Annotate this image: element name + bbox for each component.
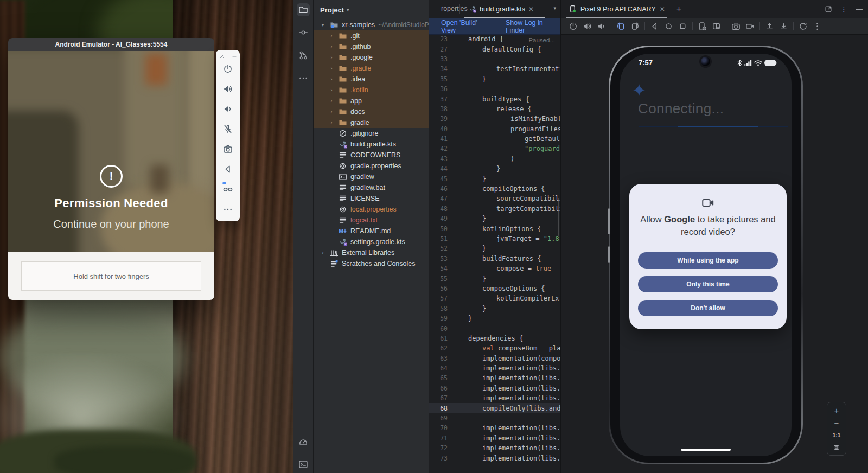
toolbar-home-icon[interactable] xyxy=(664,22,673,31)
emu-mic-off-icon[interactable] xyxy=(223,124,233,134)
tree-item-readme-md[interactable]: MREADME.md xyxy=(314,226,429,237)
tree-item-gradlew[interactable]: gradlew xyxy=(314,171,429,182)
code-line-40[interactable]: 40proguardFiles( xyxy=(429,124,560,134)
code-line-38[interactable]: 38release { xyxy=(429,104,560,114)
perm-button-don-t-allow[interactable]: Don't allow xyxy=(638,300,778,316)
emu-back-icon[interactable] xyxy=(223,164,233,174)
code-line-64[interactable]: 64implementation(libs.andr xyxy=(429,363,560,373)
tree-item-settings-gradle-kts[interactable]: Ksettings.gradle.kts xyxy=(314,237,429,247)
tree-item-gradlew-bat[interactable]: gradlew.bat xyxy=(314,182,429,193)
zoom-in-button[interactable]: + xyxy=(834,406,839,414)
hide-panel-icon[interactable]: — xyxy=(856,5,863,13)
toolbar-more-v-icon[interactable] xyxy=(813,22,822,31)
tree-item-local-properties[interactable]: local.properties xyxy=(314,204,429,215)
emu-more-h-icon[interactable] xyxy=(223,204,233,214)
code-line-60[interactable]: 60 xyxy=(429,323,560,333)
tree-item--github[interactable]: ›.github xyxy=(314,41,429,52)
toolbar-power-icon[interactable] xyxy=(569,22,578,31)
code-area[interactable]: 23android {27defaultConfig {3334testInst… xyxy=(429,34,560,463)
toolbar-rotate-right-icon[interactable] xyxy=(630,22,640,31)
code-line-50[interactable]: 50kotlinOptions { xyxy=(429,223,560,233)
tool-strip-more-h[interactable] xyxy=(297,72,310,85)
code-line-53[interactable]: 53buildFeatures { xyxy=(429,254,560,264)
tree-item-gradle-properties[interactable]: gradle.properties xyxy=(314,161,429,171)
code-line-45[interactable]: 45} xyxy=(429,174,560,183)
code-line-68[interactable]: 68compileOnly(libs.android xyxy=(429,403,560,413)
code-line-49[interactable]: 49} xyxy=(429,214,560,223)
code-line-47[interactable]: 47sourceCompatibility xyxy=(429,194,560,203)
toolbar-volume-down-icon[interactable] xyxy=(597,22,606,31)
tree-item--google[interactable]: ›.google xyxy=(314,52,429,63)
open-in-window-icon[interactable] xyxy=(825,5,832,13)
code-line-46[interactable]: 46compileOptions { xyxy=(429,184,560,194)
code-line-48[interactable]: 48targetCompatibility xyxy=(429,204,560,214)
toolbar-download-icon[interactable] xyxy=(779,22,788,31)
tab-build-gradle-kts[interactable]: K build.gradle.kts ✕ xyxy=(464,0,545,18)
chevron-right-icon[interactable]: › xyxy=(329,76,334,82)
tool-strip-profiler[interactable] xyxy=(297,435,310,448)
chevron-right-icon[interactable]: › xyxy=(320,250,326,255)
tool-strip-project[interactable] xyxy=(297,3,310,16)
code-line-72[interactable]: 72implementation(libs.andr xyxy=(429,443,560,453)
chevron-right-icon[interactable]: › xyxy=(329,33,334,39)
code-line-34[interactable]: 34testInstrumentationR xyxy=(429,64,560,74)
chevron-right-icon[interactable]: › xyxy=(329,44,334,49)
emulator-screen[interactable]: ! Permission Needed Continue on your pho… xyxy=(8,51,214,252)
code-line-58[interactable]: 58} xyxy=(429,304,560,314)
code-line-52[interactable]: 52} xyxy=(429,244,560,253)
home-indicator[interactable] xyxy=(681,449,731,451)
chevron-right-icon[interactable]: › xyxy=(329,98,334,104)
close-device-tab-icon[interactable]: ✕ xyxy=(660,5,665,13)
toolbar-camera-icon[interactable] xyxy=(731,22,741,31)
tree-item-docs[interactable]: ›docs xyxy=(314,106,429,117)
toolbar-fold-icon[interactable] xyxy=(712,22,721,31)
emu-camera-icon[interactable] xyxy=(223,144,233,154)
toolbar-device-settings-icon[interactable] xyxy=(698,22,707,31)
tree-item-gradle[interactable]: ›gradle xyxy=(314,117,429,128)
toolbar-rotate-left-icon[interactable] xyxy=(616,22,626,31)
code-line-59[interactable]: 59} xyxy=(429,314,560,323)
code-line-39[interactable]: 39isMinifyEnabled xyxy=(429,114,560,124)
code-line-35[interactable]: 35} xyxy=(429,74,560,84)
tree-root-xr-samples[interactable]: ▾xr-samples~/AndroidStudioProje xyxy=(314,20,429,30)
code-line-51[interactable]: 51jvmTarget = "1.8" xyxy=(429,234,560,244)
chevron-right-icon[interactable]: › xyxy=(329,120,334,125)
tool-strip-commit[interactable] xyxy=(297,26,310,39)
open-build-view-link[interactable]: Open 'Build' View xyxy=(441,19,490,34)
code-line-56[interactable]: 56composeOptions { xyxy=(429,284,560,293)
editor-scrollbar[interactable] xyxy=(558,198,559,236)
close-icon[interactable] xyxy=(219,53,225,60)
code-line-71[interactable]: 71implementation(libs.andr xyxy=(429,433,560,443)
code-line-69[interactable]: 69 xyxy=(429,413,560,423)
tab-pixel-9-pro[interactable]: Pixel 9 Pro API CANARY ✕ xyxy=(566,0,667,18)
code-line-27[interactable]: 27defaultConfig { xyxy=(429,44,560,54)
tool-strip-terminal[interactable] xyxy=(297,458,310,471)
tree-item-codeowners[interactable]: CODEOWNERS xyxy=(314,150,429,161)
code-line-73[interactable]: 73implementation(libs.andr xyxy=(429,453,560,463)
emu-volume-up-icon[interactable] xyxy=(223,84,233,94)
perm-button-only-this-time[interactable]: Only this time xyxy=(638,276,778,292)
tree-item-license[interactable]: LICENSE xyxy=(314,193,429,204)
code-line-44[interactable]: 44} xyxy=(429,164,560,174)
zoom-out-button[interactable]: − xyxy=(834,419,839,426)
code-line-42[interactable]: 42"proguard-ru xyxy=(429,144,560,154)
minimize-icon[interactable] xyxy=(231,53,238,60)
tree-item--kotlin[interactable]: ›.kotlin xyxy=(314,85,429,95)
chevron-right-icon[interactable]: › xyxy=(329,66,334,71)
zoom-fit-icon[interactable] xyxy=(833,444,840,451)
chevron-right-icon[interactable]: › xyxy=(329,87,334,93)
tree-item-external-libraries[interactable]: ›External Libraries xyxy=(314,247,429,258)
tree-item--idea[interactable]: ›.idea xyxy=(314,74,429,85)
new-device-tab-icon[interactable]: ＋ xyxy=(675,4,683,14)
tree-item--gradle[interactable]: ›.gradle xyxy=(314,63,429,74)
emu-glasses-icon[interactable] xyxy=(223,184,233,194)
zoom-reset-button[interactable]: 1:1 xyxy=(833,431,840,439)
tree-item-scratches-and-consoles[interactable]: Scratches and Consoles xyxy=(314,258,429,269)
code-line-65[interactable]: 65implementation(libs.andr xyxy=(429,373,560,383)
toolbar-overview-icon[interactable] xyxy=(678,22,687,31)
toolbar-videocam-icon[interactable] xyxy=(745,22,755,31)
toolbar-upload-icon[interactable] xyxy=(765,22,774,31)
code-line-43[interactable]: 43) xyxy=(429,154,560,164)
code-line-61[interactable]: 61dependencies { xyxy=(429,334,560,343)
chevron-down-icon[interactable]: ▾ xyxy=(320,23,326,28)
